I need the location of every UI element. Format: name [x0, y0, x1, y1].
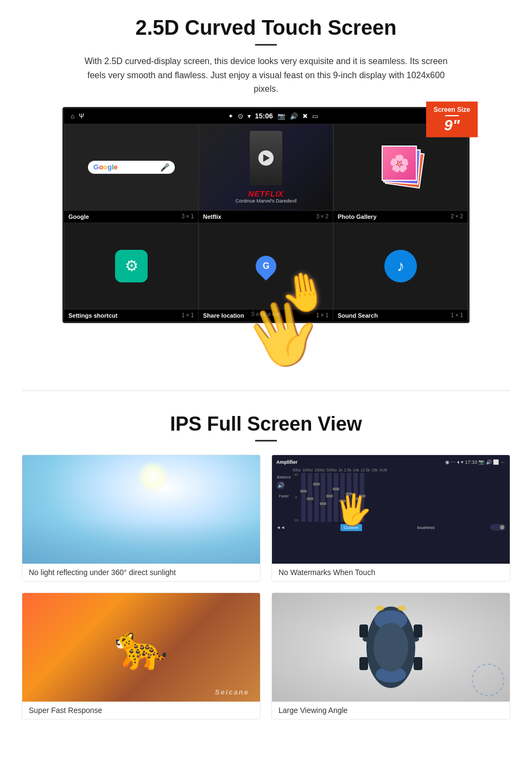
volume-icon: 🔊: [290, 112, 298, 120]
section2-title: IPS Full Screen View: [22, 413, 510, 436]
flower-icon: 🌸: [389, 154, 409, 173]
music-note-icon: ♪: [397, 257, 404, 275]
google-label: Google: [68, 213, 89, 220]
eq-bar-2: [308, 473, 312, 522]
feature-image-cheetah: 🐆 Seicane: [22, 593, 260, 702]
section-ips: IPS Full Screen View No light reflecting…: [0, 407, 532, 741]
app-label-gallery: Photo Gallery 2 × 2: [333, 211, 468, 223]
title-divider: [255, 44, 277, 46]
app-cell-netflix[interactable]: NETFLIX Continue Marvel's Daredevil: [199, 124, 333, 211]
share-grid: 1 × 1: [316, 312, 328, 318]
wifi-icon: ▾: [248, 112, 251, 120]
feature-card-sunlight: No light reflecting under 360° direct su…: [22, 455, 261, 582]
home-icon: ⌂: [71, 112, 74, 120]
maps-icon-wrapper: G: [256, 256, 276, 276]
google-logo: Google: [93, 163, 118, 171]
usb-icon: Ψ: [79, 112, 84, 120]
app-cell-settings[interactable]: ⚙: [64, 223, 199, 310]
status-bar: ⌂ Ψ ✦ ⊙ ▾ 15:06 📷 🔊 ✖ ▭: [64, 109, 468, 124]
status-bar-left: ⌂ Ψ: [71, 112, 84, 120]
hand-pointing-icon: 🤚: [277, 266, 331, 318]
sunlight-background: [22, 455, 260, 564]
touch-hand-amp: 🖐: [335, 492, 372, 527]
location-icon: ⊙: [238, 112, 243, 120]
gear-icon: ⚙: [125, 257, 138, 275]
eq-handle-1: [300, 490, 307, 493]
device-container: Screen Size 9" ⌂ Ψ ✦ ⊙ ▾ 15:06 📷: [62, 107, 470, 325]
music-icon-circle: ♪: [384, 250, 417, 282]
sun-rays: [137, 460, 169, 493]
feature-card-car: Large Viewing Angle: [271, 592, 510, 720]
eq-handle-2: [307, 497, 313, 500]
amp-status: ◉ ⋯ ♦ ▾ 17:33 📷 🔊 ⬜ ←: [445, 459, 505, 465]
screen-badge-title: Screen Size: [434, 106, 470, 113]
netflix-subtitle: Continue Marvel's Daredevil: [236, 198, 296, 204]
car-background: [272, 593, 510, 702]
google-search-bar[interactable]: Google 🎤: [88, 161, 175, 174]
eq-handle-3: [313, 483, 320, 485]
section2-divider: [255, 440, 277, 441]
gallery-image-3: 🌸: [382, 146, 417, 181]
svg-rect-7: [414, 624, 422, 638]
balance-knob: 🔊: [276, 481, 285, 490]
app-cell-share[interactable]: G 🤚: [199, 223, 333, 310]
svg-rect-8: [359, 657, 368, 670]
car-label: Large Viewing Angle: [272, 702, 510, 719]
svg-point-3: [373, 623, 408, 672]
amplifier-screen: Amplifier ◉ ⋯ ♦ ▾ 17:33 📷 🔊 ⬜ ← 60hz 100…: [272, 455, 510, 564]
eq-bars: 10 0 -10: [294, 473, 364, 522]
eq-bar-4: [321, 473, 325, 522]
settings-icon-circle: ⚙: [115, 250, 148, 282]
netflix-background: NETFLIX Continue Marvel's Daredevil: [199, 124, 333, 210]
app-label-settings: Settings shortcut 1 × 1: [64, 310, 199, 321]
screen-badge-size: 9": [434, 118, 470, 133]
amplifier-label: No Watermarks When Touch: [272, 564, 510, 581]
section-curved-screen: 2.5D Curved Touch Screen With 2.5D curve…: [0, 0, 532, 331]
status-time: 15:06: [255, 112, 273, 120]
camera-icon: 📷: [277, 112, 286, 120]
play-triangle-icon: [263, 154, 270, 162]
cheetah-background: 🐆 Seicane: [22, 593, 260, 702]
netflix-label: Netflix: [203, 213, 221, 220]
app-cell-google[interactable]: Google 🎤: [64, 124, 199, 211]
balance-label: Balance: [276, 475, 292, 479]
amp-header: Amplifier ◉ ⋯ ♦ ▾ 17:33 📷 🔊 ⬜ ←: [276, 459, 505, 465]
maps-g-letter: G: [263, 261, 269, 271]
app-label-sound: Sound Search 1 × 1: [333, 310, 468, 321]
app-grid-row2: ⚙ G 🤚 ♪: [64, 223, 468, 310]
eq-handle-6: [333, 488, 339, 490]
app-label-google: Google 3 × 1: [64, 211, 199, 223]
netflix-play-button[interactable]: [258, 150, 274, 166]
google-grid: 3 × 1: [181, 213, 194, 219]
status-bar-center: ✦ ⊙ ▾ 15:06 📷 🔊 ✖ ▭: [84, 112, 461, 120]
device-wrapper: Screen Size 9" ⌂ Ψ ✦ ⊙ ▾ 15:06 📷: [62, 107, 470, 323]
cheetah-watermark: Seicane: [215, 688, 249, 696]
screen-badge-divider: [445, 115, 459, 116]
fader-label: Fader: [276, 494, 292, 498]
gallery-label: Photo Gallery: [338, 213, 377, 220]
amp-body: Balance 🔊 Fader 10 0 -: [276, 473, 505, 522]
sky-gradient: [22, 520, 260, 564]
eq-scale: 10 0 -10: [294, 473, 299, 522]
netflix-grid: 3 × 2: [316, 213, 328, 219]
section-divider: [22, 390, 510, 391]
svg-point-10: [376, 605, 384, 611]
settings-grid: 1 × 1: [181, 312, 194, 318]
amp-nav-icon: ◄◄: [276, 525, 285, 530]
svg-rect-6: [359, 624, 368, 638]
feature-image-amplifier: Amplifier ◉ ⋯ ♦ ▾ 17:33 📷 🔊 ⬜ ← 60hz 100…: [272, 455, 510, 564]
amp-loudness-label: loudness: [417, 525, 435, 530]
loudness-toggle[interactable]: [490, 524, 505, 531]
speaker-icon: 🔊: [277, 482, 284, 488]
window-icon: ▭: [312, 112, 318, 120]
eq-handle-5: [326, 495, 333, 497]
amp-title: Amplifier: [276, 459, 297, 465]
amp-footer: ◄◄ Custom loudness: [276, 524, 505, 531]
gallery-grid: 2 × 2: [451, 213, 463, 219]
app-grid-row1: Google 🎤 NETF: [64, 124, 468, 211]
cheetah-label: Super Fast Response: [22, 702, 260, 719]
eq-bar-5: [327, 473, 332, 522]
app-cell-sound[interactable]: ♪: [333, 223, 468, 310]
settings-label: Settings shortcut: [68, 312, 117, 319]
netflix-figure: [250, 131, 282, 185]
